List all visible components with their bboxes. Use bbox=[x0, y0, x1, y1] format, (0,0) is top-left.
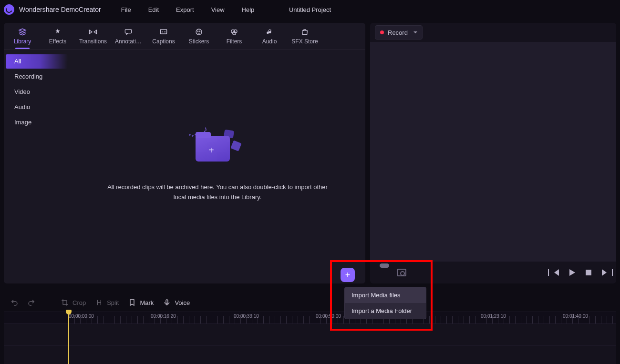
crop-button[interactable]: Crop bbox=[61, 299, 86, 306]
tab-label: Annotati… bbox=[115, 38, 142, 45]
svg-point-3 bbox=[197, 31, 198, 31]
split-button[interactable]: Split bbox=[95, 299, 119, 306]
stickers-icon bbox=[195, 28, 203, 36]
menu-export[interactable]: Export bbox=[167, 3, 203, 16]
preview-viewport bbox=[370, 42, 616, 262]
import-media-folder[interactable]: Import a Media Folder bbox=[345, 303, 426, 319]
tab-label: Library bbox=[14, 38, 31, 45]
transport-bar bbox=[370, 262, 616, 283]
add-media-button[interactable]: + bbox=[341, 268, 355, 282]
next-frame-button[interactable] bbox=[602, 269, 607, 276]
sidebar-item-recording[interactable]: Recording bbox=[6, 70, 68, 84]
import-media-region: + Import Media files Import a Media Fold… bbox=[341, 268, 355, 282]
tab-label: SFX Store bbox=[291, 38, 318, 45]
sidebar-item-audio[interactable]: Audio bbox=[6, 100, 68, 114]
library-icon bbox=[18, 28, 27, 36]
menu-view[interactable]: View bbox=[203, 3, 233, 16]
stop-button[interactable] bbox=[586, 270, 591, 275]
library-empty-state[interactable]: ♪ + All recorded clips will be archived … bbox=[70, 45, 365, 279]
tab-label: Audio bbox=[262, 38, 277, 45]
mark-label: Mark bbox=[140, 299, 154, 306]
timeline-track-2[interactable] bbox=[4, 346, 616, 364]
app-name: Wondershare DemoCreator bbox=[19, 6, 101, 13]
record-button[interactable]: Record bbox=[375, 25, 423, 40]
sidebar-item-image[interactable]: Image bbox=[6, 115, 68, 130]
record-dot-icon bbox=[380, 30, 384, 34]
svg-rect-8 bbox=[166, 300, 168, 303]
crop-label: Crop bbox=[72, 299, 86, 306]
timeline-panel: Crop Split Mark Voice 00:00:00:0000:00:1… bbox=[0, 293, 620, 364]
import-context-menu: Import Media files Import a Media Folder bbox=[344, 287, 426, 319]
svg-point-2 bbox=[196, 29, 202, 35]
import-media-files[interactable]: Import Media files bbox=[345, 287, 426, 303]
redo-button[interactable] bbox=[28, 299, 35, 306]
voice-label: Voice bbox=[175, 299, 190, 306]
menu-help[interactable]: Help bbox=[233, 3, 263, 16]
timeline-track-1[interactable] bbox=[4, 324, 616, 346]
sidebar-item-video[interactable]: Video bbox=[6, 85, 68, 99]
store-icon bbox=[300, 28, 309, 36]
svg-point-4 bbox=[199, 31, 200, 31]
mark-button[interactable]: Mark bbox=[128, 299, 154, 306]
tab-label: Stickers bbox=[189, 38, 209, 45]
tab-label: Transitions bbox=[79, 38, 107, 45]
library-sidebar: All Recording Video Audio Image bbox=[4, 50, 70, 283]
tab-library[interactable]: Library bbox=[5, 23, 40, 49]
svg-rect-1 bbox=[160, 29, 166, 33]
svg-rect-0 bbox=[125, 29, 131, 33]
sidebar-item-all[interactable]: All bbox=[6, 54, 68, 69]
library-panel: Library Effects Transitions Annotati… bbox=[4, 23, 365, 283]
time-label: 00:00:00:00 bbox=[69, 313, 94, 319]
prev-frame-button[interactable] bbox=[554, 269, 559, 276]
timeline-toolbar: Crop Split Mark Voice bbox=[4, 293, 616, 312]
voice-button[interactable]: Voice bbox=[163, 299, 190, 306]
app-logo-icon bbox=[4, 4, 14, 15]
empty-folder-icon: ♪ + bbox=[189, 121, 246, 169]
main-menu: File Edit Export View Help bbox=[113, 3, 263, 16]
time-label: 00:01:40:00 bbox=[563, 313, 588, 319]
record-label: Record bbox=[388, 29, 408, 36]
time-label: 00:01:23:10 bbox=[481, 313, 506, 319]
time-label: 00:00:16:20 bbox=[151, 313, 176, 319]
play-button[interactable] bbox=[569, 269, 575, 276]
audio-icon bbox=[265, 28, 274, 36]
menu-file[interactable]: File bbox=[113, 3, 140, 16]
preview-panel: Record bbox=[370, 23, 616, 283]
split-label: Split bbox=[107, 299, 119, 306]
timeline-playhead[interactable] bbox=[68, 312, 69, 364]
tab-label: Effects bbox=[49, 38, 66, 45]
empty-state-text: All recorded clips will be archived here… bbox=[103, 182, 332, 202]
preview-progress-handle[interactable] bbox=[380, 263, 389, 268]
title-bar: Wondershare DemoCreator File Edit Export… bbox=[0, 0, 620, 19]
undo-button[interactable] bbox=[10, 299, 18, 306]
tab-label: Filters bbox=[227, 38, 242, 45]
captions-icon bbox=[159, 28, 168, 36]
timeline-ruler[interactable]: 00:00:00:0000:00:16:2000:00:33:1000:00:5… bbox=[4, 312, 616, 324]
tab-label: Captions bbox=[152, 38, 175, 45]
annotate-icon bbox=[124, 28, 133, 36]
time-label: 00:00:33:10 bbox=[234, 313, 259, 319]
menu-edit[interactable]: Edit bbox=[140, 3, 167, 16]
transitions-icon bbox=[89, 28, 97, 36]
time-label: 00:00:50:00 bbox=[316, 313, 341, 319]
snapshot-button[interactable] bbox=[397, 269, 406, 276]
filters-icon bbox=[230, 28, 238, 36]
effects-icon bbox=[53, 28, 62, 36]
